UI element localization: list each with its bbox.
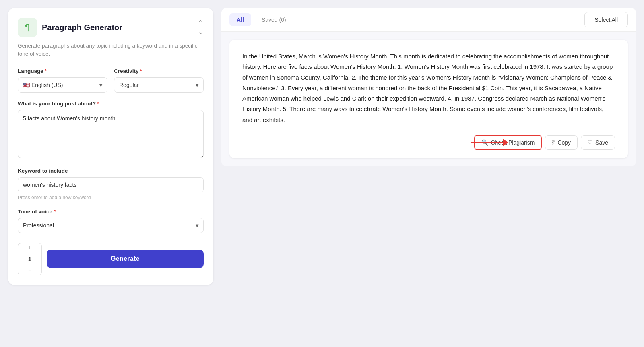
copy-button[interactable]: ⎘ Copy xyxy=(545,135,578,150)
tone-group: Tone of voice* Professional Casual Frien… xyxy=(18,209,204,233)
blog-label: What is your blog post about?* xyxy=(18,101,204,107)
language-label: Language* xyxy=(18,68,107,74)
creativity-label: Creativity* xyxy=(114,68,204,74)
select-all-button[interactable]: Select All xyxy=(584,12,628,27)
quantity-decrement-button[interactable]: − xyxy=(18,266,41,275)
arrow-annotation xyxy=(471,139,508,146)
tone-select-wrapper: Professional Casual Friendly Formal Witt… xyxy=(18,218,204,233)
app-description: Generate paragraphs about any topic incl… xyxy=(18,42,204,58)
right-panel: All Saved (0) Select All In the United S… xyxy=(221,8,636,166)
chevron-updown-icon[interactable]: ⌃⌄ xyxy=(198,19,204,36)
language-creativity-row: Language* 🇺🇸 English (US) 🇬🇧 English (UK… xyxy=(18,68,204,93)
result-actions: 🔍 Check Plagiarism ⎘ Copy ♡ Save xyxy=(242,135,615,150)
results-area: In the United States, March is Women's H… xyxy=(221,32,636,166)
save-button[interactable]: ♡ Save xyxy=(581,135,615,150)
app-icon: ¶ xyxy=(18,18,37,37)
tone-label: Tone of voice* xyxy=(18,209,204,215)
copy-icon: ⎘ xyxy=(552,139,555,146)
tabs-left: All Saved (0) xyxy=(229,13,293,26)
left-panel: ¶ Paragraph Generator ⌃⌄ Generate paragr… xyxy=(8,8,213,285)
bottom-row: + 1 − Generate xyxy=(18,243,204,275)
app-header: ¶ Paragraph Generator ⌃⌄ xyxy=(18,18,204,37)
creativity-select-wrapper: Regular Creative Very Creative ▼ xyxy=(114,77,204,93)
tone-select[interactable]: Professional Casual Friendly Formal Witt… xyxy=(18,218,204,233)
creativity-group: Creativity* Regular Creative Very Creati… xyxy=(114,68,204,93)
tabs-bar: All Saved (0) Select All xyxy=(221,8,636,32)
arrow-line xyxy=(471,142,503,143)
blog-textarea[interactable]: 5 facts about Women's history month xyxy=(18,110,204,158)
app-title: Paragraph Generator xyxy=(42,23,122,32)
heart-icon: ♡ xyxy=(588,139,593,146)
keyword-input[interactable] xyxy=(18,177,204,192)
generate-button[interactable]: Generate xyxy=(47,250,204,268)
language-select-wrapper: 🇺🇸 English (US) 🇬🇧 English (UK) 🇪🇸 Spani… xyxy=(18,77,107,93)
result-text: In the United States, March is Women's H… xyxy=(242,51,615,125)
blog-group: What is your blog post about?* 5 facts a… xyxy=(18,101,204,160)
creativity-select[interactable]: Regular Creative Very Creative xyxy=(114,77,204,93)
tab-all[interactable]: All xyxy=(229,13,251,26)
keyword-hint: Press enter to add a new keyword xyxy=(18,195,204,200)
quantity-control: + 1 − xyxy=(18,243,42,275)
app-header-left: ¶ Paragraph Generator xyxy=(18,18,122,37)
keyword-group: Keyword to include Press enter to add a … xyxy=(18,168,204,200)
quantity-display: 1 xyxy=(18,252,41,266)
language-group: Language* 🇺🇸 English (US) 🇬🇧 English (UK… xyxy=(18,68,107,93)
quantity-increment-button[interactable]: + xyxy=(18,243,41,252)
result-card: In the United States, March is Women's H… xyxy=(229,40,628,158)
keyword-label: Keyword to include xyxy=(18,168,204,174)
arrow-head-icon xyxy=(503,139,508,146)
tab-saved[interactable]: Saved (0) xyxy=(254,13,293,26)
language-select[interactable]: 🇺🇸 English (US) 🇬🇧 English (UK) 🇪🇸 Spani… xyxy=(18,77,107,93)
